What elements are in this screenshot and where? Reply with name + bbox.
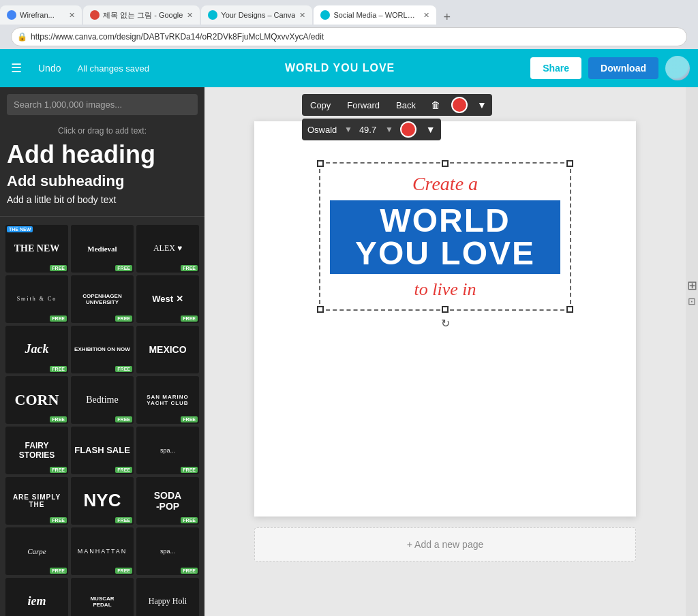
- save-status: All changes saved: [77, 63, 149, 74]
- canvas: Create a WORLD YOU LOVE to live in ↻: [254, 121, 636, 517]
- handle-tr[interactable]: [566, 160, 573, 167]
- font-select[interactable]: Oswald: [302, 121, 343, 139]
- list-item[interactable]: EXHIBITION ON NOW FREE: [71, 326, 134, 373]
- tab-title: 제목 없는 그림 - Google: [103, 10, 183, 20]
- main-layout: Click or drag to add text: Add heading A…: [0, 87, 698, 616]
- forward-button[interactable]: Forward: [339, 96, 388, 114]
- right-panel: ⊞ ⊡: [686, 87, 698, 616]
- tab-close-icon[interactable]: ✕: [419, 11, 429, 20]
- browser-chrome: Wirefran... ✕ 제목 없는 그림 - Google ✕ Your D…: [0, 0, 698, 49]
- tab-favicon: [320, 10, 330, 20]
- list-item[interactable]: MUSCARPEDAL FREE: [71, 578, 134, 616]
- handle-tc[interactable]: [442, 160, 449, 167]
- rotate-handle[interactable]: ↻: [441, 317, 450, 330]
- handle-tl[interactable]: [317, 160, 324, 167]
- list-item[interactable]: SAN MARINO YACHT CLUB FREE: [136, 376, 199, 424]
- list-item[interactable]: iem FREE: [5, 578, 68, 616]
- tab-favicon: [208, 10, 217, 20]
- add-text-hint: Click or drag to add text:: [0, 122, 204, 141]
- list-item[interactable]: West ✕ FREE: [136, 275, 199, 323]
- add-subheading-button[interactable]: Add subheading: [7, 172, 198, 190]
- toolbar-left: ☰ Undo All changes saved: [8, 58, 149, 78]
- sidebar: Click or drag to add text: Add heading A…: [0, 87, 204, 616]
- new-tab-button[interactable]: +: [438, 10, 456, 25]
- list-item[interactable]: Medieval FREE: [71, 225, 134, 273]
- list-item[interactable]: CORN FREE: [5, 376, 68, 424]
- list-item[interactable]: Carpe FREE: [5, 527, 68, 575]
- tab-wirefran[interactable]: Wirefran... ✕: [0, 5, 82, 25]
- url-text: https://www.canva.com/design/DABTvRKDa14…: [31, 32, 324, 42]
- design-title: WORLD YOU LOVE: [285, 62, 395, 74]
- tab-google[interactable]: 제목 없는 그림 - Google ✕: [83, 5, 200, 25]
- share-button[interactable]: Share: [530, 57, 581, 79]
- download-button[interactable]: Download: [588, 57, 658, 79]
- sidebar-divider: [0, 216, 204, 217]
- right-panel-icon-1[interactable]: ⊞: [687, 278, 697, 293]
- app-toolbar: ☰ Undo All changes saved WORLD YOU LOVE …: [0, 49, 698, 87]
- search-box: [0, 87, 204, 122]
- tab-socialmedia[interactable]: Social Media – WORLD Y ✕: [314, 5, 436, 25]
- list-item[interactable]: Jack FREE: [5, 326, 68, 373]
- tab-yourdesigns[interactable]: Your Designs – Canva ✕: [201, 5, 312, 25]
- tab-title: Your Designs – Canva: [221, 11, 295, 19]
- main-text-container[interactable]: WORLD YOU LOVE: [330, 200, 560, 274]
- copy-button[interactable]: Copy: [302, 96, 339, 114]
- list-item[interactable]: spa... FREE: [136, 427, 199, 474]
- search-input[interactable]: [7, 94, 198, 115]
- toolbar-center: WORLD YOU LOVE: [149, 62, 530, 74]
- live-text[interactable]: to live in: [414, 279, 476, 300]
- tab-favicon: [7, 10, 16, 20]
- toolbar-right: Share Download: [530, 56, 690, 80]
- list-item[interactable]: COPENHAGEN UNIVERSITY FREE: [71, 275, 134, 323]
- add-page-button[interactable]: + Add a new page: [254, 527, 636, 561]
- add-heading-button[interactable]: Add heading: [7, 141, 198, 168]
- right-panel-icon-2[interactable]: ⊡: [688, 296, 696, 307]
- list-item[interactable]: MEXICO: [136, 326, 199, 373]
- list-item[interactable]: ALEX ♥ FREE: [136, 225, 199, 273]
- list-item[interactable]: Happy Holi FREE: [136, 578, 199, 616]
- tab-title: Wirefran...: [20, 11, 55, 19]
- list-item[interactable]: THE NEW THE NEW FREE: [5, 225, 68, 273]
- list-item[interactable]: ARE SIMPLY THE FREE: [5, 477, 68, 525]
- tab-close-icon[interactable]: ✕: [295, 11, 305, 20]
- canvas-area: Copy Forward Back 🗑 ▼ Oswald ▼ 49.7 ▼: [204, 87, 686, 616]
- back-button[interactable]: Back: [388, 96, 424, 114]
- avatar[interactable]: [665, 56, 690, 80]
- handle-bc[interactable]: [442, 306, 449, 313]
- color-picker[interactable]: [451, 97, 468, 113]
- tab-favicon: [90, 10, 100, 20]
- list-item[interactable]: FAIRY STORIES FREE: [5, 427, 68, 474]
- more-options-button[interactable]: ▼: [472, 95, 492, 114]
- tab-close-icon[interactable]: ✕: [183, 11, 193, 20]
- handle-bl[interactable]: [317, 306, 324, 313]
- font-more-button[interactable]: ▼: [421, 120, 441, 139]
- add-body-button[interactable]: Add a little bit of body text: [7, 194, 198, 205]
- list-item[interactable]: SODA-POP FREE: [136, 477, 199, 525]
- lock-icon: 🔒: [17, 32, 27, 42]
- list-item[interactable]: NYC FREE: [71, 477, 134, 525]
- list-item[interactable]: spa... FREE: [136, 527, 199, 575]
- create-text[interactable]: Create a: [412, 173, 478, 195]
- font-size-select[interactable]: 49.7: [354, 121, 382, 139]
- handle-br[interactable]: [566, 306, 573, 313]
- address-bar[interactable]: 🔒 https://www.canva.com/design/DABTvRKDa…: [11, 27, 687, 46]
- undo-button[interactable]: Undo: [33, 60, 66, 76]
- tab-bar: Wirefran... ✕ 제목 없는 그림 - Google ✕ Your D…: [0, 0, 698, 25]
- delete-icon[interactable]: 🗑: [424, 95, 447, 114]
- list-item[interactable]: Smith & Co FREE: [5, 275, 68, 323]
- list-item[interactable]: MANHATTAN FREE: [71, 527, 134, 575]
- list-item[interactable]: Bedtime FREE: [71, 376, 134, 424]
- tab-title: Social Media – WORLD Y: [333, 11, 419, 19]
- hamburger-button[interactable]: ☰: [8, 58, 25, 78]
- tab-close-icon[interactable]: ✕: [65, 11, 75, 20]
- font-grid: THE NEW THE NEW FREE Medieval FREE ALEX …: [0, 221, 204, 616]
- text-items: Add heading Add subheading Add a little …: [0, 141, 204, 212]
- font-color-picker[interactable]: [400, 121, 416, 138]
- main-text[interactable]: WORLD YOU LOVE: [338, 204, 552, 270]
- list-item[interactable]: FLASH SALE FREE: [71, 427, 134, 474]
